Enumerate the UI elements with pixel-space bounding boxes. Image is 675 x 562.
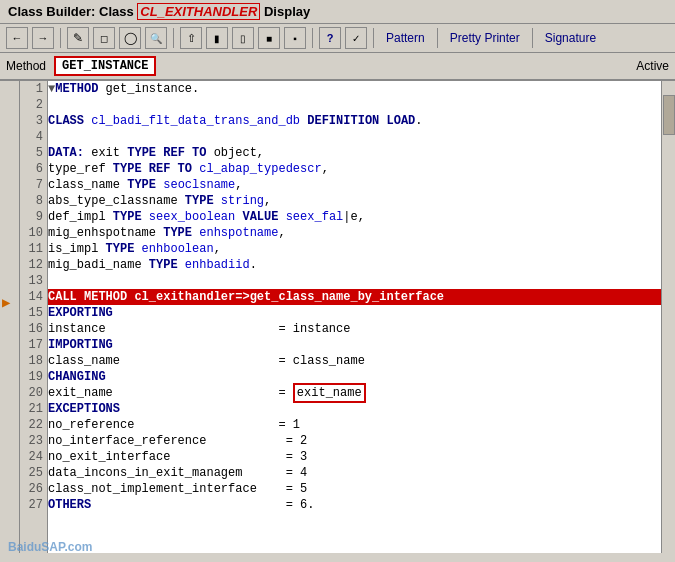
code-line-18: class_name = class_name (48, 353, 661, 369)
scrollbar-thumb[interactable] (663, 95, 675, 135)
code-line-1: ▼ METHOD get_instance. (48, 81, 661, 97)
code-line-4 (48, 129, 661, 145)
copy-button[interactable]: ▮ (206, 27, 228, 49)
forward-button[interactable]: → (32, 27, 54, 49)
code-line-8: abs_type_classname TYPE string, (48, 193, 661, 209)
separator-5 (437, 28, 438, 48)
settings-button[interactable]: ◯ (119, 27, 141, 49)
help-button[interactable]: ? (319, 27, 341, 49)
breakpoint-icon: ▶ (2, 294, 10, 311)
code-line-5: DATA: exit TYPE REF TO object, (48, 145, 661, 161)
up-button[interactable]: ⇧ (180, 27, 202, 49)
code-line-27: OTHERS = 6. (48, 497, 661, 513)
code-line-10: mig_enhspotname TYPE enhspotname, (48, 225, 661, 241)
move-button[interactable]: ■ (258, 27, 280, 49)
code-line-6: type_ref TYPE REF TO cl_abap_typedescr, (48, 161, 661, 177)
separator-4 (373, 28, 374, 48)
new-button[interactable]: ◻ (93, 27, 115, 49)
code-line-20: exit_name = exit_name (48, 385, 661, 401)
code-content[interactable]: ▼ METHOD get_instance. CLASS cl_badi_flt… (48, 81, 661, 553)
line-numbers: 1234567891011121314151617181920212223242… (20, 81, 48, 553)
method-status: Active (636, 59, 669, 73)
code-line-21: EXCEPTIONS (48, 401, 661, 417)
left-margin: ▶ (0, 81, 20, 553)
code-line-3: CLASS cl_badi_flt_data_trans_and_db DEFI… (48, 113, 661, 129)
exit-name-box: exit_name (293, 383, 366, 403)
code-line-13 (48, 273, 661, 289)
code-line-9: def_impl TYPE seex_boolean VALUE seex_fa… (48, 209, 661, 225)
code-line-26: class_not_implement_interface = 5 (48, 481, 661, 497)
code-line-15: EXPORTING (48, 305, 661, 321)
check-button[interactable]: ✓ (345, 27, 367, 49)
method-bar: Method GET_INSTANCE Active (0, 53, 675, 81)
code-line-17: IMPORTING (48, 337, 661, 353)
pretty-printer-button[interactable]: Pretty Printer (444, 29, 526, 47)
code-line-2 (48, 97, 661, 113)
code-line-23: no_interface_reference = 2 (48, 433, 661, 449)
pattern-button[interactable]: Pattern (380, 29, 431, 47)
code-line-25: data_incons_in_exit_managem = 4 (48, 465, 661, 481)
code-line-7: class_name TYPE seoclsname, (48, 177, 661, 193)
watermark: BaiduSAP.com (8, 540, 92, 554)
title-text: Class Builder: Class CL_EXITHANDLER Disp… (8, 4, 310, 19)
separator-1 (60, 28, 61, 48)
code-line-22: no_reference = 1 (48, 417, 661, 433)
toolbar: ← → ✎ ◻ ◯ 🔍 ⇧ ▮ ▯ ■ ▪ ? ✓ Pattern Pretty… (0, 24, 675, 53)
signature-button[interactable]: Signature (539, 29, 602, 47)
title-bar: Class Builder: Class CL_EXITHANDLER Disp… (0, 0, 675, 24)
separator-2 (173, 28, 174, 48)
code-line-16: instance = instance (48, 321, 661, 337)
method-value: GET_INSTANCE (54, 56, 156, 76)
code-line-12: mig_badi_name TYPE enhbadiid. (48, 257, 661, 273)
link-button[interactable]: ▪ (284, 27, 306, 49)
vertical-scrollbar[interactable] (661, 81, 675, 553)
code-line-14: CALL METHOD cl_exithandler=>get_class_na… (48, 289, 661, 305)
back-button[interactable]: ← (6, 27, 28, 49)
edit-button[interactable]: ✎ (67, 27, 89, 49)
code-container: ▶ 12345678910111213141516171819202122232… (0, 81, 675, 553)
separator-3 (312, 28, 313, 48)
separator-6 (532, 28, 533, 48)
method-label: Method (6, 59, 46, 73)
find-button[interactable]: 🔍 (145, 27, 167, 49)
code-line-11: is_impl TYPE enhboolean, (48, 241, 661, 257)
class-name-highlight: CL_EXITHANDLER (137, 3, 260, 20)
code-line-24: no_exit_interface = 3 (48, 449, 661, 465)
paste-button[interactable]: ▯ (232, 27, 254, 49)
